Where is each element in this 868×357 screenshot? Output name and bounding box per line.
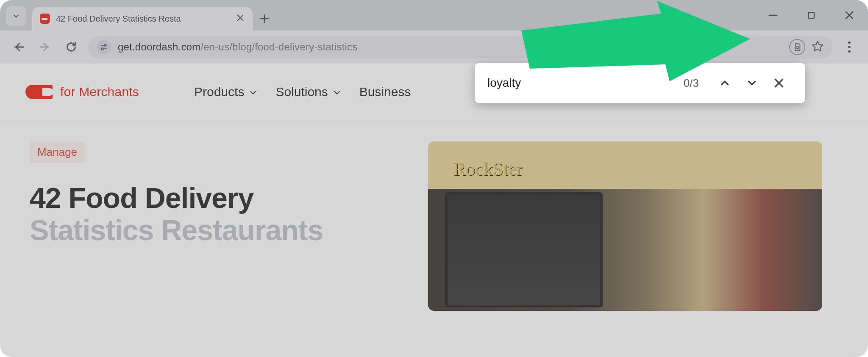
find-prev-button[interactable]	[711, 69, 738, 97]
star-icon	[811, 40, 824, 53]
nav-solutions-label: Solutions	[275, 85, 328, 99]
headline-line2: Statistics Restaurants	[30, 214, 323, 246]
svg-point-4	[848, 42, 851, 44]
find-close-button[interactable]	[765, 69, 793, 97]
brand[interactable]: for Merchants	[25, 85, 139, 99]
tab-search-button[interactable]	[6, 6, 26, 26]
svg-point-6	[848, 50, 851, 53]
find-count: 0/3	[684, 77, 711, 90]
page-search-icon	[793, 42, 802, 52]
close-icon	[843, 9, 855, 21]
find-input[interactable]	[487, 76, 639, 90]
find-in-page-indicator-button[interactable]	[789, 39, 805, 55]
back-button[interactable]	[9, 38, 28, 56]
reload-icon	[65, 41, 77, 53]
hero-image-wrap	[428, 141, 838, 311]
article-headline: 42 Food Delivery Statistics Restaurants	[30, 182, 403, 246]
browser-toolbar: get.doordash.com/en-us/blog/food-deliver…	[0, 30, 868, 64]
tab-title: 42 Food Delivery Statistics Resta	[56, 14, 181, 24]
chevron-down-icon	[248, 88, 258, 97]
nav-products[interactable]: Products	[194, 85, 258, 99]
nav-business[interactable]: Business	[359, 85, 411, 99]
chrome-menu-button[interactable]	[840, 38, 859, 56]
url-path: /en-us/blog/food-delivery-statistics	[200, 41, 357, 53]
site-info-button[interactable]	[97, 40, 111, 54]
window-minimize-button[interactable]	[767, 9, 779, 21]
find-next-button[interactable]	[738, 69, 765, 97]
nav-solutions[interactable]: Solutions	[275, 85, 341, 99]
hero-image	[428, 141, 822, 311]
svg-rect-0	[808, 12, 814, 18]
arrow-right-icon	[39, 41, 51, 53]
brand-text: for Merchants	[60, 85, 139, 99]
bookmark-button[interactable]	[811, 40, 824, 54]
browser-tab[interactable]: 42 Food Delivery Statistics Resta	[32, 7, 253, 30]
new-tab-button[interactable]	[253, 7, 276, 30]
url-host: get.doordash.com	[118, 41, 200, 53]
chevron-down-icon	[12, 12, 20, 20]
omnibox[interactable]: get.doordash.com/en-us/blog/food-deliver…	[88, 36, 832, 58]
nav-business-label: Business	[359, 85, 411, 99]
tab-strip: 42 Food Delivery Statistics Resta	[0, 0, 868, 30]
more-vertical-icon	[848, 41, 851, 53]
svg-point-5	[848, 46, 851, 48]
close-icon	[773, 77, 785, 89]
arrow-left-icon	[12, 41, 25, 53]
primary-nav: Products Solutions Business	[194, 85, 411, 99]
chevron-down-icon	[332, 88, 342, 97]
window-close-button[interactable]	[843, 9, 855, 21]
doordash-logo-icon	[25, 85, 53, 99]
chevron-up-icon	[718, 77, 731, 89]
maximize-icon	[806, 10, 816, 20]
minimize-icon	[767, 9, 779, 21]
find-in-page-bar: 0/3	[475, 63, 805, 103]
doordash-favicon-icon	[40, 14, 50, 24]
headline-line1: 42 Food Delivery	[30, 182, 253, 214]
svg-point-2	[102, 48, 103, 50]
chevron-down-icon	[746, 77, 758, 89]
window-maximize-button[interactable]	[806, 10, 816, 20]
svg-point-1	[104, 44, 106, 46]
category-tag[interactable]: Manage	[30, 141, 85, 163]
page-viewport: for Merchants Products Solutions Busines…	[0, 64, 868, 357]
article-content: Manage 42 Food Delivery Statistics Resta…	[0, 120, 868, 311]
nav-products-label: Products	[194, 85, 244, 99]
tab-close-button[interactable]	[236, 13, 245, 24]
close-icon	[236, 13, 245, 22]
plus-icon	[259, 13, 270, 24]
reload-button[interactable]	[62, 38, 81, 56]
window-controls	[767, 0, 855, 30]
url-text: get.doordash.com/en-us/blog/food-deliver…	[118, 41, 357, 53]
forward-button[interactable]	[36, 38, 54, 56]
tune-icon	[100, 43, 108, 51]
